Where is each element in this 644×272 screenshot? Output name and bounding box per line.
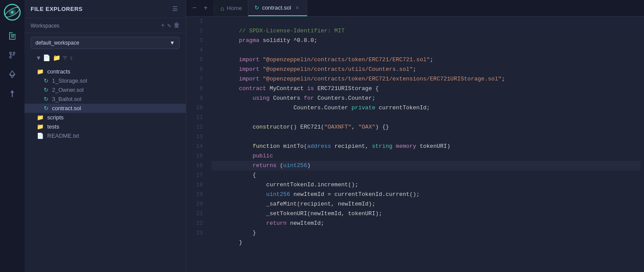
svg-rect-9 xyxy=(11,35,14,36)
file-3-ballot-label: 3_Ballot.sol xyxy=(52,96,81,102)
sol-icon-1: ↻ xyxy=(44,77,49,84)
line-num-19: 19 xyxy=(186,190,203,199)
sol-icon-3: ↻ xyxy=(44,96,49,102)
line-num-21: 21 xyxy=(186,209,203,219)
line-num-15: 15 xyxy=(186,151,203,161)
zoom-in-button[interactable]: + xyxy=(201,3,211,14)
line-num-20: 20 xyxy=(186,199,203,209)
edit-workspace-icon[interactable]: ✎ xyxy=(167,22,171,29)
svg-point-12 xyxy=(13,52,15,54)
line-num-16: 16 xyxy=(186,161,203,171)
svg-point-13 xyxy=(10,56,11,58)
file-panel-header: FILE EXPLORERS ☰ xyxy=(24,0,186,18)
sol-icon-2: ↻ xyxy=(44,87,49,93)
folder-tests[interactable]: 📁 tests xyxy=(24,122,186,131)
sidebar-ethereum-icon[interactable] xyxy=(4,66,20,82)
svg-rect-10 xyxy=(11,37,14,38)
folder-scripts-label: scripts xyxy=(47,114,64,121)
panel-menu-icon[interactable]: ☰ xyxy=(171,4,180,14)
app-logo xyxy=(3,3,21,21)
line-num-2: 2 xyxy=(186,26,203,36)
file-explorer-panel: FILE EXPLORERS ☰ Workspaces + ✎ 🗑 defaul… xyxy=(24,0,186,272)
line-numbers: 1 2 3 4 5 6 7 8 9 10 11 12 13 14 15 16 1… xyxy=(186,17,208,272)
file-contract-sol[interactable]: ↻ contract.sol xyxy=(24,104,186,113)
code-line-1: // SPDX-License-Identifier: MIT xyxy=(212,17,641,26)
line-num-7: 7 xyxy=(186,74,203,84)
line-num-13: 13 xyxy=(186,132,203,142)
file-contract-sol-label: contract.sol xyxy=(52,105,81,112)
new-file-icon[interactable]: 📄 xyxy=(43,54,50,62)
code-line-13: function mintTo(address recipient, strin… xyxy=(212,132,641,142)
folder-tests-label: tests xyxy=(47,123,59,130)
file-1-storage-label: 1_Storage.sol xyxy=(52,77,87,84)
tab-contract-sol[interactable]: ↻ contract.sol × xyxy=(248,0,307,16)
sidebar xyxy=(0,0,24,272)
upload-icon[interactable]: ⇧ xyxy=(70,54,73,62)
code-line-4: import "@openzeppelin/contracts/token/ER… xyxy=(212,45,641,55)
svg-marker-15 xyxy=(10,74,15,78)
file-1-storage[interactable]: ↻ 1_Storage.sol xyxy=(24,76,186,85)
svg-rect-8 xyxy=(11,34,15,35)
svg-rect-5 xyxy=(9,32,10,39)
line-num-22: 22 xyxy=(186,219,203,228)
github-icon[interactable]: ♈ xyxy=(63,54,66,62)
file-readme-label: README.txt xyxy=(47,133,79,139)
folder-scripts[interactable]: 📁 scripts xyxy=(24,113,186,122)
line-num-18: 18 xyxy=(186,180,203,190)
file-panel-title: FILE EXPLORERS xyxy=(31,6,83,12)
svg-point-3 xyxy=(11,11,14,14)
line-num-4: 4 xyxy=(186,45,203,55)
new-folder-icon[interactable]: 📁 xyxy=(53,54,60,62)
tab-contract-sol-label: contract.sol xyxy=(262,4,291,11)
svg-rect-7 xyxy=(15,34,16,39)
folder-scripts-icon: 📁 xyxy=(37,114,44,121)
line-num-9: 9 xyxy=(186,94,203,103)
line-num-10: 10 xyxy=(186,103,203,113)
collapse-all-icon[interactable]: ▼ xyxy=(37,55,40,62)
line-num-3: 3 xyxy=(186,36,203,45)
code-line-23: } xyxy=(212,228,641,238)
code-content[interactable]: // SPDX-License-Identifier: MIT pragma s… xyxy=(208,17,644,272)
txt-icon-readme: 📄 xyxy=(37,133,44,139)
zoom-out-button[interactable]: − xyxy=(190,3,199,14)
code-line-15: returns (uint256) xyxy=(212,151,641,161)
sidebar-files-icon[interactable] xyxy=(4,28,20,44)
file-2-owner-label: 2_Owner.sol xyxy=(52,87,84,93)
svg-point-11 xyxy=(10,52,11,54)
add-workspace-icon[interactable]: + xyxy=(161,22,164,29)
tab-bar: − + ⌂ Home ↻ contract.sol × xyxy=(186,0,644,17)
file-3-ballot[interactable]: ↻ 3_Ballot.sol xyxy=(24,94,186,104)
tab-close-button[interactable]: × xyxy=(294,4,301,11)
folder-contracts[interactable]: 📁 contracts xyxy=(24,67,186,76)
svg-rect-6 xyxy=(9,39,15,40)
workspace-current: default_workspace xyxy=(35,40,79,46)
line-num-8: 8 xyxy=(186,84,203,94)
line-num-17: 17 xyxy=(186,171,203,180)
sidebar-deploy-icon[interactable] xyxy=(4,86,20,101)
sidebar-git-icon[interactable] xyxy=(4,47,20,63)
editor-area: − + ⌂ Home ↻ contract.sol × 1 2 3 4 5 6 … xyxy=(186,0,644,272)
line-num-5: 5 xyxy=(186,55,203,65)
file-2-owner[interactable]: ↻ 2_Owner.sol xyxy=(24,85,186,94)
tab-bar-zoom-actions: − + xyxy=(186,3,214,14)
workspace-label: Workspaces xyxy=(31,23,59,29)
folder-open-icon: 📁 xyxy=(37,68,44,75)
tab-home-label: Home xyxy=(227,5,242,11)
line-num-11: 11 xyxy=(186,113,203,122)
sol-icon-contract: ↻ xyxy=(44,105,49,112)
workspace-actions: + ✎ 🗑 xyxy=(161,22,180,29)
line-num-14: 14 xyxy=(186,142,203,151)
folder-tests-icon: 📁 xyxy=(37,123,44,130)
tab-sol-icon: ↻ xyxy=(254,4,259,11)
home-icon: ⌂ xyxy=(220,5,224,12)
delete-workspace-icon[interactable]: 🗑 xyxy=(174,22,180,29)
tab-home[interactable]: ⌂ Home xyxy=(214,0,248,16)
code-editor[interactable]: 1 2 3 4 5 6 7 8 9 10 11 12 13 14 15 16 1… xyxy=(186,17,644,272)
line-num-12: 12 xyxy=(186,122,203,132)
folder-contracts-label: contracts xyxy=(47,68,70,75)
workspace-selector[interactable]: default_workspace ▼ xyxy=(31,37,180,49)
line-num-6: 6 xyxy=(186,65,203,74)
file-readme[interactable]: 📄 README.txt xyxy=(24,131,186,140)
workspace-section: Workspaces + ✎ 🗑 xyxy=(24,18,186,33)
file-tree: 📁 contracts ↻ 1_Storage.sol ↻ 2_Owner.so… xyxy=(24,63,186,272)
